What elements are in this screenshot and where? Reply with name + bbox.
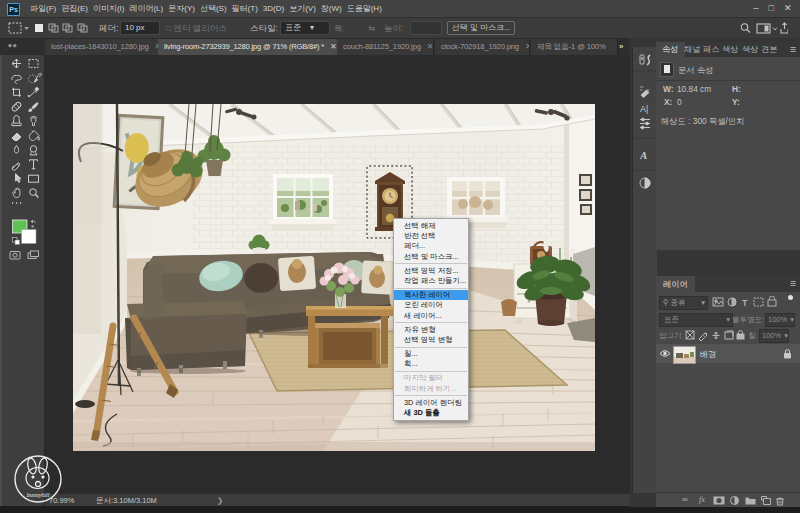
svg-text:bunnyhill: bunnyhill [27,492,50,498]
svg-text:A|: A| [640,104,648,114]
svg-text:A: A [639,149,647,161]
svg-text:T: T [742,298,748,308]
